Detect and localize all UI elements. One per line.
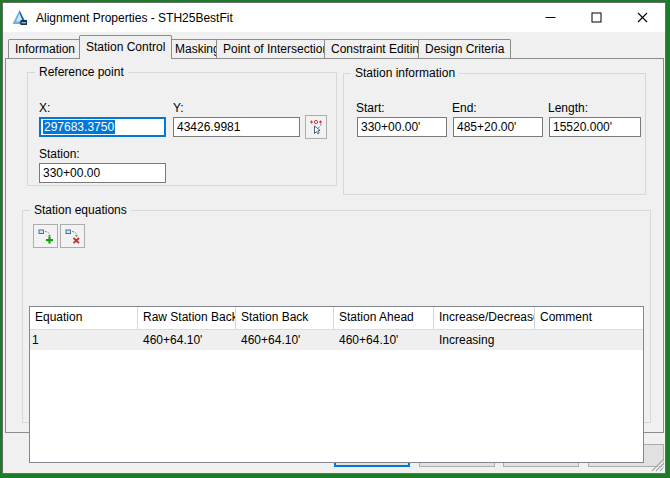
station-label: Station: xyxy=(39,147,80,161)
tab-constraint-editing[interactable]: Constraint Editing xyxy=(324,39,433,58)
column-header-comment[interactable]: Comment xyxy=(535,307,643,329)
pick-on-screen-button[interactable] xyxy=(305,115,327,139)
column-header-raw-station-back[interactable]: Raw Station Back xyxy=(138,307,236,329)
resize-grip[interactable] xyxy=(651,459,664,472)
delete-station-equation-icon xyxy=(65,228,81,244)
column-header-increase-decrease[interactable]: Increase/Decrease xyxy=(434,307,535,329)
end-station-field: 485+20.00' xyxy=(453,117,543,137)
end-label: End: xyxy=(452,101,477,115)
cell-equation: 1 xyxy=(30,330,138,350)
civil3d-alignment-icon xyxy=(11,9,28,26)
add-station-equation-button[interactable] xyxy=(33,224,58,248)
length-value: 15520.000' xyxy=(553,120,612,134)
x-input[interactable]: 297683.3750 xyxy=(39,117,166,137)
title-bar[interactable]: Alignment Properties - STH25BestFit xyxy=(3,3,665,32)
tab-information[interactable]: Information xyxy=(8,39,82,58)
table-header-row: Equation Raw Station Back Station Back S… xyxy=(30,307,643,330)
station-value: 330+00.00 xyxy=(43,166,100,180)
reference-point-group: Reference point X: 297683.3750 Y: 43426.… xyxy=(27,72,337,186)
tab-point-of-intersection[interactable]: Point of Intersection xyxy=(216,39,336,58)
station-information-group: Station information Start: 330+00.00' En… xyxy=(343,73,646,195)
tab-label: Constraint Editing xyxy=(331,42,426,56)
tab-label: Design Criteria xyxy=(425,42,504,56)
cell-comment xyxy=(535,330,643,350)
selected-text: 297683.3750 xyxy=(43,120,115,134)
pick-on-screen-icon xyxy=(308,119,324,135)
maximize-button[interactable] xyxy=(573,3,619,32)
tab-design-criteria[interactable]: Design Criteria xyxy=(418,39,511,58)
station-control-page: Reference point X: 297683.3750 Y: 43426.… xyxy=(5,58,664,433)
cell-station-ahead: 460+64.10' xyxy=(334,330,434,350)
length-field: 15520.000' xyxy=(549,117,641,137)
y-label: Y: xyxy=(173,101,184,115)
column-header-station-back[interactable]: Station Back xyxy=(236,307,334,329)
tab-strip: Information Station Control Masking Poin… xyxy=(6,35,662,58)
close-icon xyxy=(637,12,648,23)
cell-increase-decrease: Increasing xyxy=(434,330,535,350)
cell-station-back: 460+64.10' xyxy=(236,330,334,350)
alignment-properties-dialog: Alignment Properties - STH25BestFit Info… xyxy=(2,2,666,474)
tab-label: Point of Intersection xyxy=(223,42,329,56)
add-station-equation-icon xyxy=(38,228,54,244)
y-input[interactable]: 43426.9981 xyxy=(173,117,300,137)
group-legend: Station equations xyxy=(30,203,131,217)
table-row[interactable]: 1 460+64.10' 460+64.10' 460+64.10' Incre… xyxy=(30,330,643,350)
start-station-field: 330+00.00' xyxy=(357,117,447,137)
close-button[interactable] xyxy=(619,3,665,32)
desktop-background: { "window": { "title": "Alignment Proper… xyxy=(0,0,670,478)
cell-raw-station-back: 460+64.10' xyxy=(138,330,236,350)
tab-station-control[interactable]: Station Control xyxy=(79,35,172,59)
delete-station-equation-button[interactable] xyxy=(60,224,85,248)
station-input[interactable]: 330+00.00 xyxy=(39,163,166,183)
minimize-icon xyxy=(545,12,556,23)
length-label: Length: xyxy=(548,101,588,115)
tab-label: Masking xyxy=(175,42,220,56)
column-header-equation[interactable]: Equation xyxy=(30,307,138,329)
maximize-icon xyxy=(591,12,602,23)
tab-label: Information xyxy=(15,42,75,56)
end-value: 485+20.00' xyxy=(457,120,516,134)
station-equations-table[interactable]: Equation Raw Station Back Station Back S… xyxy=(29,306,644,463)
x-label: X: xyxy=(39,101,50,115)
y-value: 43426.9981 xyxy=(177,120,240,134)
group-legend: Reference point xyxy=(35,65,128,79)
window-title: Alignment Properties - STH25BestFit xyxy=(36,11,527,25)
minimize-button[interactable] xyxy=(527,3,573,32)
start-label: Start: xyxy=(356,101,385,115)
start-value: 330+00.00' xyxy=(361,120,420,134)
column-header-station-ahead[interactable]: Station Ahead xyxy=(334,307,434,329)
tab-label: Station Control xyxy=(86,40,165,54)
group-legend: Station information xyxy=(351,66,459,80)
